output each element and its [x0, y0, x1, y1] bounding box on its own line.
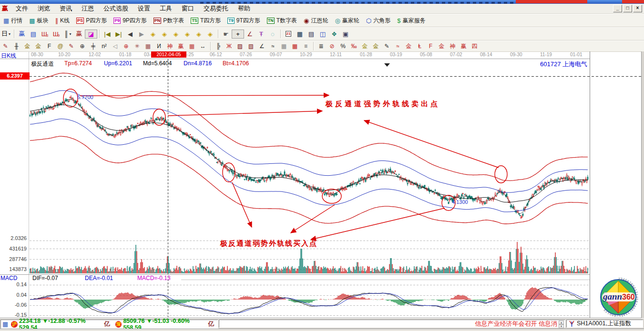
parallel-lines-button[interactable]: ≡: [300, 42, 311, 50]
diamond-full-button[interactable]: ◈: [204, 30, 216, 38]
trend-angle-button[interactable]: ∠: [244, 30, 256, 38]
ruler-123-button[interactable]: ▦: [186, 42, 197, 50]
gann-wheel-button[interactable]: ◉江恩轮: [300, 16, 331, 26]
9t-square-button[interactable]: T99T四方形: [224, 16, 264, 26]
four-angle-button[interactable]: 四: [469, 42, 480, 50]
shade-square-button[interactable]: ▨: [235, 42, 245, 50]
candle-type-button[interactable]: ║▾: [62, 30, 73, 38]
shenzhen-market-badge[interactable]: 深: [115, 321, 122, 328]
price-levels-button[interactable]: ≣: [316, 42, 327, 50]
gold-split-2-button[interactable]: 金: [33, 42, 44, 50]
period-day-button[interactable]: 日▾: [0, 29, 12, 39]
calculator-button[interactable]: ▦: [294, 30, 306, 38]
spinner-up-button[interactable]: ▴: [559, 321, 564, 324]
width-measure-button[interactable]: ↔: [197, 42, 208, 50]
win-angle-button[interactable]: 赢: [458, 42, 469, 50]
diamond-out-button[interactable]: ◈: [182, 30, 193, 38]
ray-fan-button[interactable]: Ж: [224, 42, 235, 50]
gann-grid-2-button[interactable]: ╪: [88, 42, 99, 50]
pen-2-button[interactable]: ✎: [66, 42, 77, 50]
menu-item-trade-order[interactable]: 交易委托: [199, 4, 233, 13]
l-angle-button[interactable]: Ⱡ: [414, 42, 425, 50]
menu-item-browse[interactable]: 浏览: [33, 4, 55, 13]
news-ticker-text[interactable]: 信息产业经济年会召开 信息消: [475, 320, 557, 328]
fibonacci-button[interactable]: F: [44, 42, 55, 50]
quotes-grid-icon[interactable]: ▦: [2, 321, 8, 328]
winner-service-button[interactable]: $赢家服务: [394, 16, 429, 26]
shen-angle-button[interactable]: 神: [447, 42, 458, 50]
spiral-button[interactable]: @: [55, 42, 66, 50]
menu-item-settings[interactable]: 设置: [133, 4, 155, 13]
levels-button[interactable]: ╠: [213, 42, 224, 50]
win-outline-button[interactable]: 赢: [16, 29, 28, 39]
mdi-close-button[interactable]: ×: [633, 5, 642, 12]
menu-item-gann[interactable]: 江恩: [77, 4, 99, 13]
data-transfer-button[interactable]: ▣: [340, 30, 351, 38]
grid-red-button[interactable]: ▦: [289, 42, 300, 50]
next-page-button[interactable]: ▶: [136, 30, 147, 38]
kline-button[interactable]: ∥K线: [52, 16, 73, 26]
last-page-button[interactable]: ▶|: [113, 30, 124, 38]
hand-drag-button[interactable]: ☛: [220, 30, 232, 38]
percent-slash-button[interactable]: ⊘: [327, 42, 337, 50]
diamond-in-button[interactable]: ◈: [170, 30, 182, 38]
menu-item-window[interactable]: 窗口: [177, 4, 199, 13]
grid-gray-button[interactable]: ▦: [278, 42, 289, 50]
diagnosis-button[interactable]: ▤: [28, 30, 39, 38]
p-number-table-button[interactable]: PNP数字表: [150, 16, 188, 26]
t-square-button[interactable]: TST四方形: [187, 16, 224, 26]
diamond-left-button[interactable]: ◈: [147, 30, 159, 38]
gold-angle-button[interactable]: 金: [403, 42, 414, 50]
win-tool-button[interactable]: 赢: [175, 42, 186, 50]
percent-button[interactable]: %: [337, 42, 348, 50]
gold-ray-button[interactable]: 金: [436, 42, 447, 50]
menu-item-news[interactable]: 资讯: [55, 4, 77, 13]
9p-square-button[interactable]: P99P四方形: [110, 16, 150, 26]
f-angle-button[interactable]: F: [425, 42, 436, 50]
memo-button[interactable]: ▤: [306, 30, 317, 38]
save-button[interactable]: ◫: [317, 30, 328, 38]
menu-item-help[interactable]: 帮助: [233, 4, 255, 13]
shade-square-2-button[interactable]: ▧: [245, 42, 256, 50]
t-number-table-button[interactable]: TNT数字表: [264, 16, 300, 26]
gann-grid-button[interactable]: ╫: [11, 42, 22, 50]
shen-tool-button[interactable]: 神: [164, 42, 175, 50]
menu-item-file[interactable]: 文件: [11, 4, 33, 13]
shanghai-market-badge[interactable]: 沪: [11, 321, 18, 328]
analysis-cloud-button[interactable]: ◌: [267, 30, 278, 38]
bars-9-button[interactable]: Ш9: [51, 30, 62, 38]
spinner-down-button[interactable]: ▾: [559, 324, 564, 328]
channel-wave-button[interactable]: ≈: [392, 42, 403, 50]
pen-button[interactable]: ✎: [0, 42, 11, 50]
cycle-ruler-button[interactable]: ⊕: [77, 42, 88, 50]
hexagon-button[interactable]: ⬡六角形: [363, 16, 394, 26]
menu-item-formula-stock-pick[interactable]: 公式选股: [99, 4, 133, 13]
diamond-right-button[interactable]: ◈: [159, 30, 170, 38]
square-numbers-button[interactable]: n²: [99, 42, 110, 50]
web-link-button[interactable]: ❖: [328, 30, 340, 38]
quotes-button[interactable]: ▦行情: [0, 16, 26, 26]
zigzag-button[interactable]: И: [153, 42, 164, 50]
diamond-expand-button[interactable]: ◈: [193, 30, 204, 38]
menu-item-tools[interactable]: 工具: [155, 4, 177, 13]
first-page-button[interactable]: |◀: [102, 30, 113, 38]
wheel-star-button[interactable]: ✳: [132, 42, 143, 50]
prev-page-button[interactable]: ◀: [124, 30, 136, 38]
gann-tool-button[interactable]: Ŧ: [256, 30, 267, 38]
crosshair-button[interactable]: +: [232, 30, 244, 39]
compass-button[interactable]: ⊕: [121, 42, 132, 50]
wheel-square-button[interactable]: ▦: [143, 42, 153, 50]
sectors-button[interactable]: ▩板块: [26, 16, 51, 26]
selected-date-marker[interactable]: 2012-04-05: [151, 51, 186, 58]
gold-line-button[interactable]: 金: [370, 42, 381, 50]
win-red-button[interactable]: 赢: [73, 29, 85, 39]
mirror-button[interactable]: ◁: [110, 42, 121, 50]
calendar-button[interactable]: 21: [283, 30, 294, 37]
mdi-minimize-button[interactable]: _: [613, 5, 622, 12]
angle-line-button[interactable]: ∠: [256, 42, 267, 50]
pen-3-button[interactable]: ✎: [381, 42, 392, 50]
winner-wheel-button[interactable]: ◎赢家轮: [331, 16, 362, 26]
bars-3-button[interactable]: Ш3: [39, 30, 51, 38]
p-square-button[interactable]: PSP四方形: [73, 16, 110, 26]
mdi-restore-button[interactable]: □: [623, 5, 632, 12]
